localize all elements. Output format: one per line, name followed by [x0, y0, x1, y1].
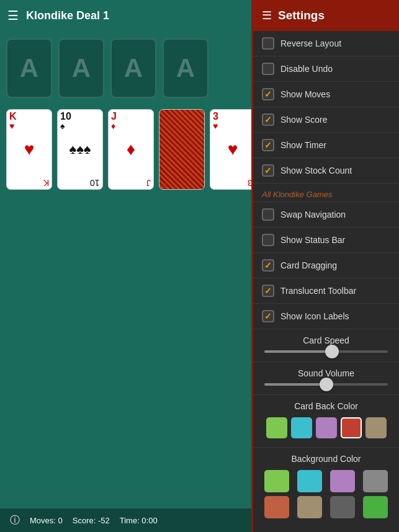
card-speed-track[interactable] — [264, 350, 388, 353]
bg-swatch-orange[interactable] — [264, 496, 289, 518]
label-reverse-layout: Reverse Layout — [280, 38, 341, 48]
menu-icon[interactable]: ☰ — [7, 8, 19, 23]
settings-menu-icon[interactable]: ☰ — [262, 9, 272, 22]
setting-show-stock-count[interactable]: Show Stock Count — [253, 158, 399, 184]
swatch-purple[interactable] — [316, 417, 337, 438]
setting-show-score[interactable]: Show Score — [253, 107, 399, 133]
label-show-stock-count: Show Stock Count — [280, 166, 352, 175]
tableau-card-1[interactable]: K ♥ ♥ K — [6, 109, 52, 190]
setting-reverse-layout[interactable]: Reverse Layout — [253, 31, 399, 56]
setting-card-dragging[interactable]: Card Dragging — [253, 253, 399, 278]
sound-volume-section: Sound Volume — [253, 362, 399, 395]
sound-volume-thumb[interactable] — [320, 378, 333, 391]
info-icon[interactable]: ⓘ — [10, 514, 20, 527]
bg-swatch-green[interactable] — [264, 470, 289, 492]
card-back-color-swatches — [262, 417, 390, 438]
moves-status: Moves: 0 — [30, 516, 63, 525]
checkbox-reverse-layout — [262, 37, 274, 50]
label-swap-navigation: Swap Navigation — [280, 210, 346, 219]
sound-volume-fill — [264, 383, 326, 386]
sound-volume-track[interactable] — [264, 383, 388, 386]
swatch-cyan[interactable] — [291, 417, 312, 438]
card-back-color-section: Card Back Color — [253, 395, 399, 448]
bg-swatch-darkgray[interactable] — [330, 496, 355, 518]
status-info: Moves: 0 Score: -52 Time: 0:00 — [30, 516, 158, 525]
label-disable-undo: Disable Undo — [280, 64, 333, 74]
foundation-2[interactable]: A — [58, 38, 104, 98]
card-speed-title: Card Speed — [262, 335, 390, 345]
label-translucent-toolbar: Translucent Toolbar — [280, 286, 356, 296]
setting-show-icon-labels[interactable]: Show Icon Labels — [253, 304, 399, 329]
setting-translucent-toolbar[interactable]: Translucent Toolbar — [253, 278, 399, 304]
settings-section-main: Reverse Layout Disable Undo Show Moves S… — [253, 31, 399, 329]
settings-header: ☰ Settings — [253, 0, 399, 31]
bg-swatch-brightgreen[interactable] — [363, 496, 388, 518]
section-divider-klondike: All Klondike Games — [253, 184, 399, 202]
bg-swatch-purple[interactable] — [330, 470, 355, 492]
tableau-card-2[interactable]: 10 ♠ ♠♠♠ 10 — [57, 109, 103, 190]
bg-swatch-gray[interactable] — [363, 470, 388, 492]
tableau-card-4[interactable] — [159, 109, 205, 190]
checkbox-show-score — [262, 113, 274, 126]
bg-swatch-tan[interactable] — [297, 496, 322, 518]
score-status: Score: -52 — [73, 516, 110, 525]
card-speed-section: Card Speed — [253, 329, 399, 362]
foundation-4[interactable]: A — [163, 38, 208, 98]
foundation-3[interactable]: A — [110, 38, 156, 98]
tableau-card-5[interactable]: 3 ♥ ♥ 3 — [210, 109, 256, 190]
label-show-moves: Show Moves — [280, 89, 330, 99]
bg-swatch-cyan[interactable] — [297, 470, 322, 492]
checkbox-show-status-bar — [262, 234, 274, 246]
checkbox-card-dragging — [262, 259, 274, 272]
background-color-title: Background Color — [262, 454, 390, 464]
checkbox-disable-undo — [262, 63, 274, 75]
label-show-timer: Show Timer — [280, 140, 326, 150]
checkbox-show-icon-labels — [262, 310, 274, 322]
swatch-green[interactable] — [266, 417, 287, 438]
setting-swap-navigation[interactable]: Swap Navigation — [253, 202, 399, 228]
background-color-section: Background Color — [253, 448, 399, 527]
setting-show-status-bar[interactable]: Show Status Bar — [253, 228, 399, 253]
sound-volume-title: Sound Volume — [262, 368, 390, 378]
background-color-swatches — [262, 470, 390, 518]
setting-disable-undo[interactable]: Disable Undo — [253, 56, 399, 82]
foundation-1[interactable]: A — [6, 38, 52, 98]
checkbox-show-timer — [262, 139, 274, 151]
label-show-status-bar: Show Status Bar — [280, 235, 345, 245]
checkbox-show-stock-count — [262, 164, 274, 177]
card-speed-fill — [264, 350, 332, 353]
label-show-score: Show Score — [280, 115, 327, 125]
label-card-dragging: Card Dragging — [280, 260, 337, 270]
checkbox-translucent-toolbar — [262, 285, 274, 297]
checkbox-show-moves — [262, 88, 274, 100]
time-status: Time: 0:00 — [120, 516, 158, 525]
card-speed-thumb[interactable] — [325, 345, 339, 358]
checkbox-swap-navigation — [262, 208, 274, 221]
settings-panel: ☰ Settings Reverse Layout Disable Undo S… — [251, 0, 399, 532]
label-show-icon-labels: Show Icon Labels — [280, 311, 349, 321]
swatch-tan[interactable] — [365, 417, 387, 438]
settings-title: Settings — [278, 9, 325, 22]
tableau-card-3[interactable]: J ♦ ♦ J — [108, 109, 154, 190]
setting-show-timer[interactable]: Show Timer — [253, 133, 399, 158]
setting-show-moves[interactable]: Show Moves — [253, 82, 399, 107]
card-back-color-title: Card Back Color — [262, 401, 390, 411]
swatch-red[interactable] — [341, 417, 362, 438]
